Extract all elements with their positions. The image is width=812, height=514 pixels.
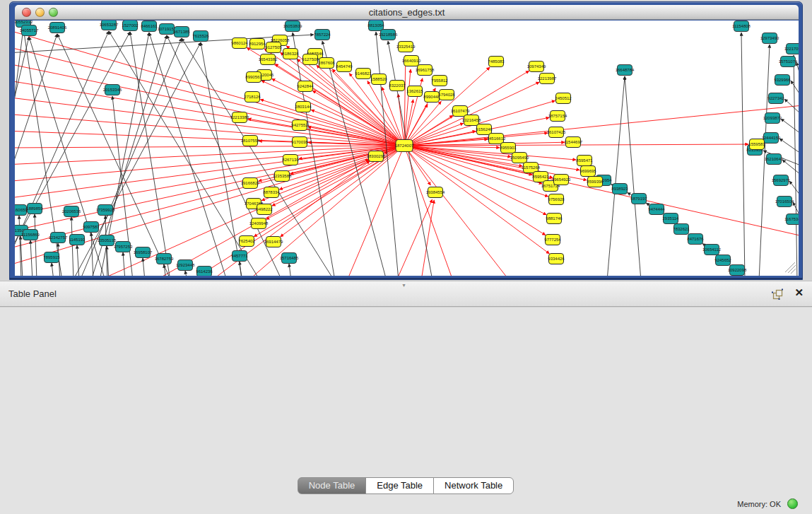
graph-node[interactable]: 1588520 [370,74,387,85]
graph-node[interactable]: 15692971 [772,175,791,186]
graph-node[interactable]: 8912954 [249,39,266,49]
network-window-titlebar[interactable]: citations_edges.txt [15,5,799,20]
graph-node[interactable]: 16053809 [283,21,302,32]
graph-node[interactable]: 16648784 [616,65,635,76]
graph-node[interactable]: 20153346 [103,85,122,95]
graph-node[interactable]: 9457771 [231,251,248,262]
graph-node[interactable]: 12342757 [49,233,68,243]
graph-node[interactable]: 8466161 [141,21,158,32]
graph-node[interactable]: 15751074 [779,57,798,67]
graph-node[interactable]: 20891406 [48,23,67,33]
graph-node[interactable]: 8186328 [282,49,299,59]
graph-node[interactable]: 1362615 [406,86,423,97]
memory-status-indicator[interactable] [787,498,798,509]
graph-node[interactable]: 16914479 [264,237,283,247]
graph-node[interactable]: 9127505 [265,42,282,53]
graph-node[interactable]: 18724007 [395,140,414,152]
graph-node[interactable]: 12213987 [538,74,557,84]
graph-node[interactable]: 8938923 [611,184,628,194]
graph-node[interactable]: 1559581 [748,139,765,150]
tab-network-table[interactable]: Network Table [433,477,514,494]
graph-node[interactable]: 8454749 [336,62,353,72]
zoom-window-button[interactable] [49,8,58,17]
graph-node[interactable]: 2718126 [244,92,261,103]
graph-node[interactable]: 7832621 [673,224,690,235]
graph-node[interactable]: 8599396 [587,177,604,187]
graph-node[interactable]: 18757154 [548,111,567,122]
graph-node[interactable]: 14055717 [20,25,39,36]
graph-node[interactable]: 17359928 [96,205,115,216]
graph-node[interactable]: 12409948 [249,218,269,229]
graph-node[interactable]: 12217097 [784,44,799,54]
graph-node[interactable]: 2450512 [555,93,572,104]
graph-node[interactable]: 9245652 [714,255,731,266]
graph-node[interactable]: 17957253 [114,242,133,252]
graph-node[interactable]: 16107425 [547,127,566,138]
close-window-button[interactable] [22,8,31,17]
graph-node[interactable]: 17016504 [775,197,794,207]
graph-node[interactable]: 9334426 [548,254,565,264]
graph-node[interactable]: 16210643 [765,154,784,165]
tab-edge-table[interactable]: Edge Table [365,477,434,494]
network-view-canvas[interactable]: 2055231214055717208914061065328715270028… [15,21,799,276]
graph-node[interactable]: 2867608 [318,58,335,69]
graph-node[interactable]: 16961758 [416,65,435,76]
graph-node[interactable]: 15716485 [280,253,299,264]
graph-node[interactable]: 10653287 [100,21,119,30]
minimize-window-button[interactable] [35,8,45,17]
graph-node[interactable]: 8878334 [263,187,280,198]
graph-node[interactable]: 9170038 [291,137,308,148]
graph-node[interactable]: 1889859 [26,204,43,214]
graph-node[interactable]: 9881746 [546,214,563,224]
graph-node[interactable]: 11154808 [732,21,751,32]
graph-node[interactable]: 7615526 [192,31,209,42]
graph-node[interactable]: 20206536 [62,206,81,217]
graph-node[interactable]: 9614236 [196,267,213,276]
resize-grip-icon[interactable] [788,265,796,273]
graph-node[interactable]: 9777254 [544,235,561,245]
graph-node[interactable]: 10974349 [527,62,546,72]
graph-node[interactable]: 9127508 [302,54,319,65]
close-icon[interactable]: ✕ [794,286,804,299]
graph-node[interactable]: 7485083 [488,57,505,67]
graph-node[interactable]: 2803144 [295,102,312,112]
graph-node[interactable]: 12213383 [230,112,249,123]
table-panel-titlebar[interactable]: ▾ Table Panel ✕ [0,281,812,307]
graph-node[interactable]: 1527002 [122,21,139,31]
tab-node-table[interactable]: Node Table [298,477,367,494]
graph-node[interactable]: 7955812 [431,76,448,86]
graph-node[interactable]: 19654923 [552,175,571,185]
graph-node[interactable]: 8267130 [282,155,299,165]
graph-node[interactable]: 8595471 [576,156,593,166]
graph-node[interactable]: 7895915 [43,252,60,263]
graph-node[interactable]: 6879197 [630,194,647,204]
graph-node[interactable]: 8322037 [389,81,406,91]
graph-node[interactable]: 10922098 [728,265,747,276]
graph-node[interactable]: 18300295 [367,151,386,162]
graph-node[interactable]: 9498222 [256,204,273,215]
float-window-icon[interactable] [771,288,784,300]
graph-node[interactable]: 9097587 [83,222,100,233]
graph-node[interactable]: 12093872 [763,113,782,124]
graph-node[interactable]: 1145193 [69,235,86,245]
graph-node[interactable]: 19384554 [426,187,445,198]
graph-node[interactable]: 9146821 [355,69,372,79]
graph-node[interactable]: 16640910 [402,56,421,66]
graph-node[interactable]: 16782759 [155,254,174,264]
graph-node[interactable]: 9329966 [774,75,791,86]
graph-node[interactable]: 19166827 [241,178,260,189]
graph-node[interactable]: 11156869 [21,230,40,240]
graph-node[interactable]: 9427552 [291,120,308,131]
graph-node[interactable]: 9227342 [767,93,784,104]
graph-node[interactable]: 7857224 [314,30,331,40]
graph-node[interactable]: 15095490 [510,153,529,163]
graph-node[interactable]: 9860124 [231,38,248,49]
graph-node[interactable]: 9474444 [648,204,665,215]
graph-node[interactable]: 13325419 [396,42,416,52]
graph-node[interactable]: 9242844 [297,81,314,92]
graph-node[interactable]: 19218586 [379,30,398,40]
graph-node[interactable]: 10654112 [702,245,722,255]
graph-node[interactable]: 16958107 [134,247,153,258]
graph-node[interactable]: 12923448 [176,260,195,271]
graph-node[interactable]: 7625402 [238,236,255,247]
